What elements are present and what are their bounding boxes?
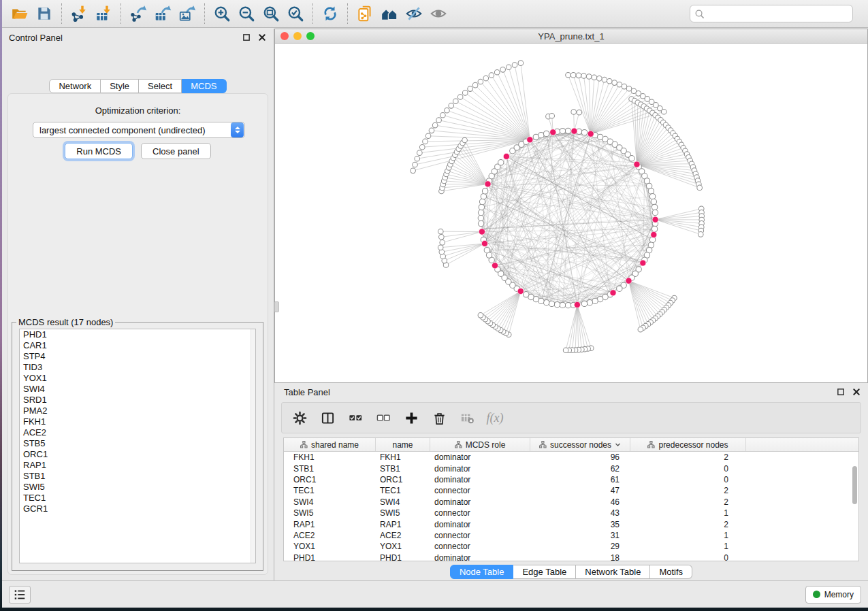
network-graph[interactable] bbox=[275, 44, 867, 382]
table-row[interactable]: ACE2ACE2connector311 bbox=[284, 530, 858, 541]
mcds-result-item[interactable]: SRD1 bbox=[20, 395, 255, 406]
tab-mcds[interactable]: MCDS bbox=[182, 79, 226, 93]
window-zoom-button[interactable] bbox=[306, 32, 315, 40]
delete-column-button[interactable] bbox=[431, 410, 447, 426]
memory-status-icon bbox=[813, 591, 820, 598]
window-close-button[interactable] bbox=[280, 32, 289, 40]
export-table-button[interactable] bbox=[150, 2, 175, 25]
table-cell: dominator bbox=[430, 475, 530, 484]
tab-style[interactable]: Style bbox=[101, 79, 139, 93]
table-cell: ACE2 bbox=[376, 531, 430, 540]
save-session-button[interactable] bbox=[32, 2, 57, 25]
zoom-selected-button[interactable] bbox=[283, 2, 308, 25]
mcds-result-item[interactable]: RAP1 bbox=[20, 460, 255, 471]
column-header-shared-name[interactable]: shared name bbox=[284, 438, 376, 451]
mcds-result-item[interactable]: ORC1 bbox=[20, 449, 255, 460]
mcds-result-item[interactable]: SWI5 bbox=[20, 482, 255, 493]
show-columns-button[interactable] bbox=[319, 410, 336, 426]
table-cell: STB1 bbox=[376, 464, 430, 474]
mcds-result-item[interactable]: PMA2 bbox=[20, 406, 255, 416]
table-row[interactable]: PHD1PHD1dominator180 bbox=[284, 552, 858, 561]
table-cell: 2 bbox=[630, 497, 746, 507]
import-table-icon bbox=[95, 5, 112, 22]
first-neighbors-button[interactable] bbox=[377, 2, 402, 25]
table-scrollbar[interactable] bbox=[852, 453, 858, 559]
mcds-result-item[interactable]: STP4 bbox=[20, 351, 255, 362]
open-folder-icon bbox=[11, 5, 29, 22]
run-mcds-button[interactable]: Run MCDS bbox=[65, 143, 133, 159]
search-input[interactable] bbox=[705, 7, 848, 20]
mcds-result-item[interactable]: TEC1 bbox=[20, 493, 255, 503]
select-all-button[interactable] bbox=[347, 410, 364, 426]
window-minimize-button[interactable] bbox=[293, 32, 302, 40]
clone-network-icon bbox=[356, 5, 374, 22]
zoom-out-icon bbox=[238, 5, 255, 22]
import-network-button[interactable] bbox=[67, 2, 91, 25]
export-network-icon bbox=[129, 5, 147, 22]
export-image-button[interactable] bbox=[175, 2, 199, 25]
column-header-successor-nodes[interactable]: successor nodes bbox=[530, 438, 630, 451]
column-header-name[interactable]: name bbox=[376, 438, 430, 451]
tab-node-table[interactable]: Node Table bbox=[450, 565, 514, 579]
close-panel-button[interactable] bbox=[257, 33, 267, 43]
column-header-predecessor-nodes[interactable]: predecessor nodes bbox=[630, 438, 746, 451]
table-cell: FKH1 bbox=[284, 452, 376, 462]
close-panel-button-secondary[interactable]: Close panel bbox=[141, 143, 211, 159]
memory-button[interactable]: Memory bbox=[805, 586, 861, 604]
main-toolbar bbox=[2, 0, 868, 28]
mcds-result-item[interactable]: ACE2 bbox=[20, 427, 255, 438]
clone-network-button[interactable] bbox=[353, 2, 377, 25]
close-icon bbox=[852, 388, 861, 396]
tab-select[interactable]: Select bbox=[139, 79, 182, 93]
table-cell: 46 bbox=[530, 497, 630, 507]
table-row[interactable]: YOX1YOX1connector291 bbox=[284, 541, 858, 552]
tab-network-table[interactable]: Network Table bbox=[576, 565, 650, 579]
export-network-button[interactable] bbox=[126, 2, 150, 25]
open-session-button[interactable] bbox=[7, 2, 32, 25]
network-canvas[interactable] bbox=[275, 44, 867, 382]
mcds-result-item[interactable]: STB5 bbox=[20, 438, 255, 449]
apply-layout-button[interactable] bbox=[318, 2, 342, 25]
table-row[interactable]: ORC1ORC1dominator610 bbox=[284, 474, 858, 485]
deselect-all-button[interactable] bbox=[375, 410, 391, 426]
scrollbar-thumb[interactable] bbox=[852, 466, 857, 504]
criterion-selected-value: largest connected component (undirected) bbox=[33, 125, 231, 135]
toolbar-separator bbox=[312, 3, 313, 24]
tab-edge-table[interactable]: Edge Table bbox=[513, 565, 576, 579]
criterion-select[interactable]: largest connected component (undirected) bbox=[33, 122, 245, 138]
mcds-result-item[interactable]: CAR1 bbox=[20, 340, 255, 351]
table-row[interactable]: FKH1FKH1dominator962 bbox=[284, 452, 858, 463]
column-header-mcds-role[interactable]: MCDS role bbox=[430, 438, 530, 451]
tab-motifs[interactable]: Motifs bbox=[650, 565, 692, 579]
splitter-grip[interactable] bbox=[274, 301, 279, 312]
close-panel-button[interactable] bbox=[851, 387, 861, 397]
tab-network[interactable]: Network bbox=[49, 79, 101, 93]
zoom-out-button[interactable] bbox=[234, 2, 259, 25]
table-cell: dominator bbox=[430, 553, 530, 561]
zoom-in-button[interactable] bbox=[210, 2, 234, 25]
mcds-result-item[interactable]: YOX1 bbox=[20, 373, 255, 384]
mcds-result-item[interactable]: PHD1 bbox=[20, 329, 255, 340]
mcds-result-item[interactable]: SWI4 bbox=[20, 384, 255, 395]
mcds-result-item[interactable]: FKH1 bbox=[20, 416, 255, 427]
mcds-result-item[interactable]: GCR1 bbox=[20, 503, 255, 514]
table-panel-title: Table Panel bbox=[284, 387, 830, 397]
table-row[interactable]: RAP1RAP1dominator352 bbox=[284, 518, 858, 529]
show-panels-button[interactable] bbox=[9, 586, 31, 604]
import-table-button[interactable] bbox=[91, 2, 116, 25]
zoom-fit-button[interactable] bbox=[259, 2, 283, 25]
hide-selected-button[interactable] bbox=[402, 2, 426, 25]
float-panel-button[interactable] bbox=[835, 387, 846, 397]
list-scrollbar-track[interactable] bbox=[251, 329, 255, 563]
table-row[interactable]: SWI5SWI5connector431 bbox=[284, 508, 858, 518]
list-icon bbox=[13, 588, 27, 601]
table-row[interactable]: TEC1TEC1connector472 bbox=[284, 485, 858, 496]
table-row[interactable]: SWI4SWI4dominator462 bbox=[284, 497, 858, 508]
table-settings-button[interactable] bbox=[291, 410, 308, 426]
table-row[interactable]: STB1STB1dominator620 bbox=[284, 463, 858, 474]
mcds-result-item[interactable]: TID3 bbox=[20, 362, 255, 373]
mcds-result-item[interactable]: STB1 bbox=[20, 471, 255, 482]
show-all-button[interactable] bbox=[426, 2, 451, 25]
create-column-button[interactable] bbox=[403, 410, 419, 426]
float-panel-button[interactable] bbox=[241, 33, 251, 43]
